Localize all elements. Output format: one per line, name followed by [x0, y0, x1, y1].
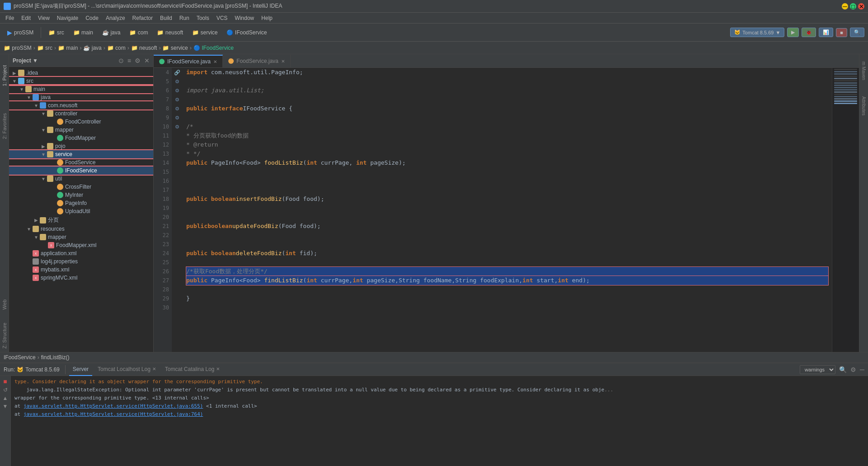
tree-item-pageinfo[interactable]: ▶ PageInfo — [9, 199, 153, 207]
bc-proSSM[interactable]: 📁 proSSM — [4, 45, 32, 51]
cb-findlist[interactable]: findListBiz() — [41, 354, 70, 361]
toolbar-service[interactable]: 📁 service — [189, 28, 221, 38]
tree-item-ifoodservice[interactable]: ▶ IFoodService — [9, 166, 153, 175]
tree-item-crossfilter[interactable]: ▶ CrossFilter — [9, 183, 153, 191]
tab-foodservice[interactable]: FoodService.java ✕ — [223, 55, 291, 67]
scroll-up-button[interactable]: ▲ — [3, 395, 8, 401]
bc-src[interactable]: 📁 src — [37, 45, 52, 51]
code-content[interactable]: import com.neusoft.util.PageInfo; import… — [183, 68, 832, 352]
tab-close-food[interactable]: ✕ — [281, 59, 285, 64]
project-tab[interactable]: 1: Project — [1, 62, 8, 90]
log-filter-dropdown[interactable]: warnings errors all — [800, 365, 835, 374]
tree-item-java[interactable]: ▼ java — [9, 93, 153, 101]
maven-tab[interactable]: m Maven — [860, 58, 867, 84]
tree-item-main[interactable]: ▼ main — [9, 85, 153, 93]
bc-ifood[interactable]: 🔵 IFoodService — [193, 45, 234, 51]
menu-analyze[interactable]: Analyze — [102, 15, 129, 21]
tree-item-idea[interactable]: ▶ .idea — [9, 69, 153, 77]
attributes-tab[interactable]: Attributes — [860, 93, 867, 119]
tree-item-mapper-res[interactable]: ▼ mapper — [9, 233, 153, 241]
bottom-tab-server[interactable]: Server — [69, 363, 92, 376]
bc-neusoft[interactable]: 📁 neusoft — [131, 45, 157, 51]
minimize-log-icon[interactable]: ─ — [860, 366, 864, 373]
tree-item-springmvc-xml[interactable]: ▶ X springMVC.xml — [9, 274, 153, 282]
tree-item-foodmapper-xml[interactable]: ▶ X FoodMapper.xml — [9, 241, 153, 249]
tree-item-util[interactable]: ▼ util — [9, 175, 153, 183]
stop-run-button[interactable]: ■ — [3, 378, 7, 385]
menu-vcs[interactable]: VCS — [213, 15, 231, 21]
web-tab[interactable]: Web — [1, 296, 8, 313]
tree-item-pojo[interactable]: ▶ pojo — [9, 142, 153, 150]
tree-item-fenye[interactable]: ▶ 分页 — [9, 215, 153, 225]
tomcat-icon: 🐱 — [17, 366, 24, 373]
menu-edit[interactable]: Edit — [18, 15, 34, 21]
tab-close-localhost[interactable]: ✕ — [152, 366, 156, 371]
tab-ifoodservice[interactable]: IFoodService.java ✕ — [154, 55, 223, 67]
toolbar-ifoods[interactable]: 🔵 IFoodService — [223, 28, 270, 38]
tree-item-log4j[interactable]: ▶ log4j.properties — [9, 257, 153, 266]
bottom-tab-localhost[interactable]: Tomcat Localhost Log ✕ — [94, 363, 160, 376]
close-button[interactable]: ✕ — [858, 3, 864, 10]
toolbar-java[interactable]: ☕ java — [99, 28, 124, 38]
minimize-button[interactable]: ─ — [842, 3, 848, 10]
maximize-button[interactable]: □ — [850, 3, 856, 10]
main-layout: 1: Project 2: Favorites Web Z: Structure… — [0, 54, 868, 352]
tree-item-resources[interactable]: ▼ resources — [9, 225, 153, 233]
tree-item-comneusoft[interactable]: ▼ com.neusoft — [9, 101, 153, 109]
debug-button[interactable]: 🐞 — [802, 28, 816, 37]
tree-item-src[interactable]: ▼ src — [9, 77, 153, 85]
scroll-down-button[interactable]: ▼ — [3, 403, 8, 409]
tree-item-service[interactable]: ▼ service — [9, 150, 153, 158]
bc-java[interactable]: ☕ java — [83, 45, 101, 51]
menu-run[interactable]: Run — [176, 15, 193, 21]
tree-item-myinter[interactable]: ▶ MyInter — [9, 191, 153, 199]
settings-log-icon[interactable]: ⚙ — [850, 366, 856, 373]
bottom-tab-catalina[interactable]: Tomcat Catalina Log ✕ — [161, 363, 223, 376]
menu-view[interactable]: View — [34, 15, 53, 21]
menu-window[interactable]: Window — [231, 15, 258, 21]
toolbar-com[interactable]: 📁 com — [126, 28, 151, 38]
tree-item-mybatis-xml[interactable]: ▶ X mybatis.xml — [9, 266, 153, 274]
bottom-log-content[interactable]: type. Consider declaring it as object wr… — [11, 376, 868, 466]
tab-close-catalina[interactable]: ✕ — [216, 366, 220, 371]
log-line-3: wrapper for the corresponding primitive … — [14, 394, 864, 402]
log-link-1[interactable]: javax.servlet.http.HttpServlet.service(H… — [24, 403, 203, 409]
menu-build[interactable]: Build — [156, 15, 176, 21]
tree-item-controller[interactable]: ▼ controller — [9, 109, 153, 118]
tree-item-mapper[interactable]: ▼ mapper — [9, 126, 153, 134]
hide-icon[interactable]: ✕ — [144, 57, 150, 64]
cb-ifood[interactable]: IFoodService — [4, 354, 36, 361]
favorites-tab[interactable]: 2: Favorites — [1, 109, 8, 143]
tree-item-foodservice[interactable]: ▶ FoodService — [9, 158, 153, 166]
code-line-4: import com.neusoft.util.PageInfo; — [186, 68, 828, 77]
toolbar-src[interactable]: 📁 src — [45, 28, 67, 38]
tree-item-foodcontroller[interactable]: ▶ FoodController — [9, 118, 153, 126]
settings-icon[interactable]: ⚙ — [135, 57, 141, 64]
search-everywhere[interactable]: 🔍 — [850, 28, 864, 37]
rerun-button[interactable]: ↺ — [3, 387, 8, 393]
tree-item-foodmapper[interactable]: ▶ FoodMapper — [9, 134, 153, 142]
locate-icon[interactable]: ⊙ — [118, 57, 124, 64]
coverage-button[interactable]: 📊 — [819, 28, 833, 37]
tomcat-run-config[interactable]: 🐱 Tomcat 8.5.69 ▼ — [730, 28, 784, 37]
tree-item-uploadutil[interactable]: ▶ UploadUtil — [9, 207, 153, 215]
search-log-icon[interactable]: 🔍 — [839, 366, 847, 373]
tree-item-application-xml[interactable]: ▶ X application.xml — [9, 249, 153, 257]
bc-service[interactable]: 📁 service — [162, 45, 188, 51]
menu-refactor[interactable]: Refactor — [129, 15, 156, 21]
menu-navigate[interactable]: Navigate — [53, 15, 82, 21]
stop-button[interactable]: ■ — [836, 28, 847, 37]
menu-tools[interactable]: Tools — [193, 15, 213, 21]
tab-close-ifood[interactable]: ✕ — [213, 59, 217, 64]
structure-tab[interactable]: Z: Structure — [1, 319, 8, 352]
collapse-icon[interactable]: ≡ — [127, 57, 131, 64]
bc-com[interactable]: 📁 com — [107, 45, 126, 51]
menu-code[interactable]: Code — [82, 15, 102, 21]
run-button[interactable]: ▶ — [787, 28, 799, 37]
menu-file[interactable]: File — [2, 15, 18, 21]
toolbar-neusoft[interactable]: 📁 neusoft — [153, 28, 187, 38]
bc-main[interactable]: 📁 main — [58, 45, 78, 51]
menu-help[interactable]: Help — [258, 15, 276, 21]
toolbar-main[interactable]: 📁 main — [70, 28, 97, 38]
log-link-2[interactable]: javax.servlet.http.HttpServlet.service(H… — [24, 411, 203, 417]
